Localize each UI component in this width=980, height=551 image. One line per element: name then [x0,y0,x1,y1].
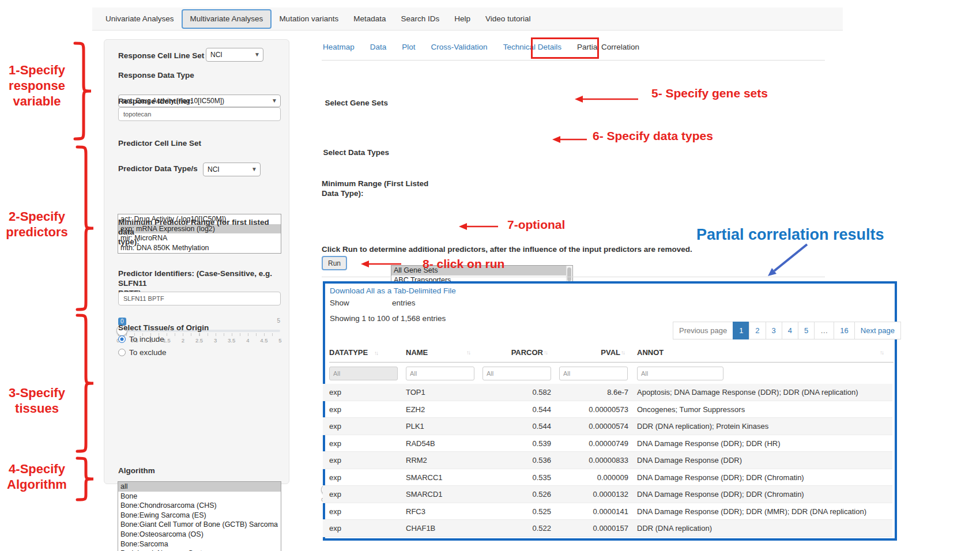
cell-datatype: exp [329,418,341,435]
table-row[interactable]: expRAD54B0.5390.00000749DNA Damage Respo… [323,435,892,452]
cell-pval: 0.00000574 [542,418,628,435]
tissues-listbox[interactable]: allBoneBone:Chondrosarcoma (CHS)Bone:Ewi… [118,481,281,551]
table-row[interactable]: expEZH20.5440.00000573Oncogenes; Tumor S… [323,401,892,418]
tick-label: 5 [278,337,281,344]
page-button-1[interactable]: 1 [733,322,749,339]
filter-pval[interactable] [559,367,628,380]
page-button-3[interactable]: 3 [766,322,782,339]
list-option[interactable]: Bone:Chondrosarcoma (CHS) [118,501,281,511]
col-header-pval[interactable]: PVAL [559,348,620,357]
annotation-step4: 4-Specify Algorithm [2,461,71,492]
tissue-exclude-radio[interactable]: To exclude [118,348,167,357]
cell-name: CHAF1B [406,520,435,537]
table-row[interactable]: expSMARCD10.5260.0000132DNA Damage Respo… [323,486,892,503]
previous-page-button[interactable]: Previous page [673,322,733,339]
cell-annot: DDR (DNA replication); Protein Kinases [637,418,889,435]
annotation-step1: 1-Specify response variable [2,62,71,109]
filter-parcor[interactable] [483,367,551,380]
predictor-identifiers-input[interactable] [118,292,281,305]
col-header-annot[interactable]: ANNOT [637,348,664,357]
brace-step3 [75,314,96,453]
table-row[interactable]: expTOP10.5828.6e-7Apoptosis; DNA Damage … [323,384,892,401]
cell-datatype: exp [329,384,341,401]
nav-tab-metadata[interactable]: Metadata [346,8,393,30]
next-page-button[interactable]: Next page [854,322,901,339]
showing-entries-text: Showing 1 to 100 of 1,568 entries [330,314,446,323]
cell-annot: Oncogenes; Tumor Suppressors [637,401,889,418]
list-option[interactable]: Bone:Giant Cell Tumor of Bone (GCTB) Sar… [118,520,281,530]
tick-label: 3.5 [228,337,235,344]
cell-datatype: exp [329,452,341,469]
sort-icon[interactable]: ↑↓ [621,349,624,356]
nav-tab-search-ids[interactable]: Search IDs [393,8,447,30]
cell-name: RAD54B [406,435,435,452]
nav-tab-univariate-analyses[interactable]: Univariate Analyses [98,8,182,30]
tab-cross-validation[interactable]: Cross-Validation [431,43,488,51]
min-range-label: Minimum Range (First Listed Data Type): [322,179,454,198]
predictor-cell-line-set-select[interactable]: NCI▼ [203,163,261,176]
pagination-ellipsis[interactable]: … [814,322,834,339]
filter-datatype[interactable] [329,367,398,380]
col-header-datatype[interactable]: DATATYPE ↑↓ [329,348,378,357]
cell-datatype: exp [329,435,341,452]
tab-heatmap[interactable]: Heatmap [323,43,355,51]
col-header-parcor[interactable]: PARCOR [482,348,543,357]
list-option[interactable]: all [118,482,281,492]
response-cell-line-set-select[interactable]: NCI▼ [206,48,263,62]
filter-name[interactable] [406,367,474,380]
cell-parcor: 0.522 [482,520,551,537]
run-instruction: Click Run to determine additional predic… [322,244,737,254]
scrollbar-thumb[interactable] [567,267,571,281]
cell-parcor: 0.582 [482,384,551,401]
cell-annot: Apoptosis; DNA Damage Response (DDR); DD… [637,384,889,401]
cell-parcor: 0.544 [482,418,551,435]
page-button-16[interactable]: 16 [834,322,854,339]
cell-pval: 0.0000157 [542,520,628,537]
tissue-include-radio[interactable]: To include [118,335,164,344]
sort-icon[interactable]: ↑↓ [374,350,378,356]
nav-tab-help[interactable]: Help [447,8,478,30]
cell-annot: DNA Damage Response (DDR); DDR (HR) [637,435,889,452]
tick-label: 4 [246,337,249,344]
annotation-step7: 7-optional [507,218,565,232]
algorithm-label: Algorithm [118,466,155,475]
nav-tab-video-tutorial[interactable]: Video tutorial [478,8,538,30]
run-button[interactable]: Run [322,256,347,270]
page-button-4[interactable]: 4 [782,322,798,339]
download-link[interactable]: Download All as a Tab-Delimited File [330,286,456,295]
table-row[interactable]: expRRM20.5360.00000833DNA Damage Respons… [323,452,892,469]
annotation-step2: 2-Specify predictors [2,209,71,240]
cell-datatype: exp [329,401,341,418]
cell-name: RRM2 [406,452,427,469]
response-identifier-label: Response Identifier: [118,96,193,106]
cell-pval: 0.0000132 [542,486,628,503]
nav-tab-multivariate-analyses[interactable]: Multivariate Analyses [182,9,272,29]
table-row[interactable]: expSMARCC10.5350.000009DNA Damage Respon… [323,469,892,486]
nav-tab-mutation-variants[interactable]: Mutation variants [272,8,346,30]
list-option[interactable]: Bone [118,492,281,501]
cell-annot: DDR (DNA replication) [637,520,889,537]
list-option[interactable]: Bone:Sarcoma [118,539,281,549]
page-button-5[interactable]: 5 [798,322,815,339]
list-option[interactable]: Bone:Osteosarcoma (OS) [118,530,281,539]
radio-selected-icon[interactable] [118,335,126,343]
radio-unselected-icon[interactable] [118,349,126,356]
col-header-name[interactable]: NAME [406,348,428,357]
tab-data[interactable]: Data [370,43,387,51]
tab-plot[interactable]: Plot [402,43,415,51]
table-row[interactable]: expRFC30.5250.0000141DNA Damage Response… [323,503,892,520]
filter-annot[interactable] [637,367,723,380]
table-row[interactable]: expPLK10.5440.00000574DDR (DNA replicati… [323,418,892,435]
list-option[interactable]: Peripheral_Nervous_System [118,549,281,551]
sort-icon[interactable]: ↑↓ [544,349,547,356]
cell-parcor: 0.539 [482,435,551,452]
predictor-data-types-label: Predictor Data Type/s [118,164,198,173]
annotation-step6: 6- Specify data types [593,129,713,143]
table-row[interactable]: expCHAF1B0.5220.0000157DDR (DNA replicat… [323,520,892,537]
cell-annot: DNA Damage Response (DDR); DDR (MMR); DD… [637,503,889,520]
sort-icon[interactable]: ↑↓ [880,349,883,356]
response-identifier-input[interactable] [118,107,281,121]
sort-icon[interactable]: ↑↓ [466,349,470,356]
page-button-2[interactable]: 2 [749,322,766,339]
list-option[interactable]: Bone:Ewing Sarcoma (ES) [118,511,281,520]
